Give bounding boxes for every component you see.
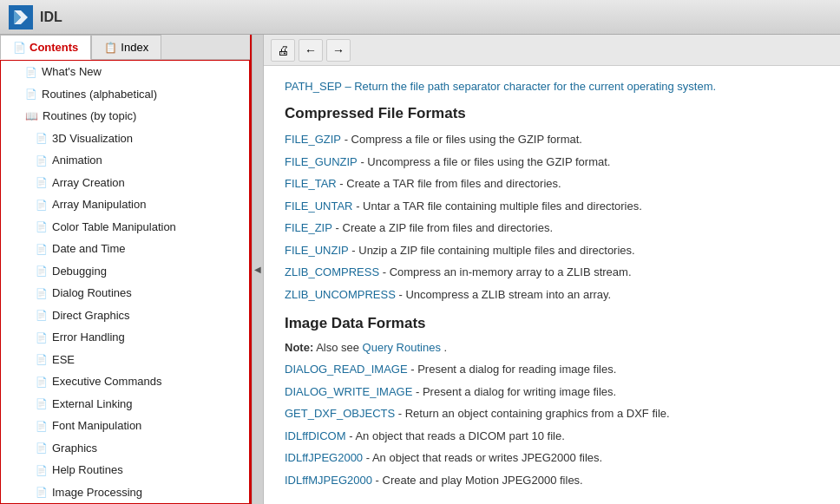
- entry-dialog-read-image: DIALOG_READ_IMAGE - Present a dialog for…: [285, 361, 819, 378]
- tree-item-direct-graphics[interactable]: 📄 Direct Graphics: [1, 304, 249, 327]
- entry-file-unzip: FILE_UNZIP - Unzip a ZIP file containing…: [285, 242, 819, 259]
- entry-dialog-write-image: DIALOG_WRITE_IMAGE - Present a dialog fo…: [285, 383, 819, 401]
- note-line: Note: Also see Query Routines .: [285, 341, 819, 354]
- forward-button[interactable]: →: [326, 39, 351, 62]
- left-panel: 📄 Contents 📋 Index 📄 What's New 📄 Routin…: [0, 35, 252, 504]
- forward-icon: →: [332, 43, 345, 57]
- zlib-compress-link[interactable]: ZLIB_COMPRESS: [285, 265, 379, 278]
- tree-item-dialog-routines[interactable]: 📄 Dialog Routines: [1, 282, 249, 304]
- tree-item-error-handling[interactable]: 📄 Error Handling: [1, 326, 249, 349]
- index-icon: 📋: [104, 42, 117, 54]
- file-zip-link[interactable]: FILE_ZIP: [285, 221, 332, 234]
- file-gzip-link[interactable]: FILE_GZIP: [285, 133, 341, 146]
- file-gunzip-link[interactable]: FILE_GUNZIP: [285, 155, 358, 168]
- page-icon: 📄: [36, 485, 48, 500]
- print-icon: 🖨: [277, 43, 289, 57]
- tree-item-color-table[interactable]: 📄 Color Table Manipulation: [1, 216, 249, 239]
- get-dxf-objects-link[interactable]: GET_DXF_OBJECTS: [285, 407, 395, 420]
- file-tar-link[interactable]: FILE_TAR: [285, 177, 337, 190]
- page-icon: 📄: [36, 308, 48, 323]
- file-unzip-link[interactable]: FILE_UNZIP: [285, 244, 349, 257]
- idlff-mjpeg2000-link[interactable]: IDLffMJPEG2000: [285, 474, 372, 487]
- page-icon: 📄: [25, 87, 37, 101]
- tab-contents[interactable]: 📄 Contents: [0, 35, 91, 60]
- app-title: IDL: [40, 10, 62, 25]
- back-icon: ←: [305, 43, 317, 57]
- entry-file-untar: FILE_UNTAR - Untar a TAR file containing…: [285, 198, 819, 215]
- compressed-file-formats-heading: Compressed File Formats: [285, 105, 819, 122]
- dialog-read-image-link[interactable]: DIALOG_READ_IMAGE: [285, 363, 408, 376]
- entry-idlff-mjpeg2000: IDLffMJPEG2000 - Create and play Motion …: [285, 472, 819, 489]
- back-button[interactable]: ←: [299, 39, 323, 62]
- page-icon: 📄: [25, 65, 37, 80]
- query-routines-link[interactable]: Query Routines: [363, 341, 441, 354]
- page-icon: 📄: [36, 286, 48, 301]
- title-bar: IDL: [0, 0, 840, 35]
- page-icon: 📄: [36, 154, 48, 168]
- right-panel: 🖨 ← → PATH_SEP – Return the file path se…: [264, 35, 840, 504]
- page-icon: 📄: [36, 463, 48, 478]
- book-open-icon: 📖: [25, 108, 38, 124]
- page-icon: 📄: [36, 242, 48, 257]
- page-icon: 📄: [36, 352, 48, 367]
- content-area[interactable]: PATH_SEP – Return the file path separato…: [264, 66, 840, 504]
- path-sep-link[interactable]: PATH_SEP: [285, 80, 342, 93]
- entry-get-dxf-objects: GET_DXF_OBJECTS - Return an object conta…: [285, 405, 819, 422]
- tree-item-font-manip[interactable]: 📄 Font Manipulation: [1, 415, 249, 437]
- tree-item-external-linking[interactable]: 📄 External Linking: [1, 393, 249, 416]
- zlib-uncompress-link[interactable]: ZLIB_UNCOMPRESS: [285, 288, 396, 301]
- page-icon: 📄: [36, 264, 48, 278]
- tree-area[interactable]: 📄 What's New 📄 Routines (alphabetical) 📖…: [0, 60, 250, 504]
- page-icon: 📄: [36, 419, 48, 434]
- contents-icon: 📄: [13, 42, 26, 54]
- tree-item-graphics[interactable]: 📄 Graphics: [1, 437, 249, 460]
- main-area: 📄 Contents 📋 Index 📄 What's New 📄 Routin…: [0, 35, 840, 504]
- page-icon: 📄: [36, 175, 48, 190]
- page-icon: 📄: [36, 331, 48, 345]
- tree-item-array-creation[interactable]: 📄 Array Creation: [1, 172, 249, 194]
- page-icon: 📄: [36, 396, 48, 411]
- tree-item-executive-commands[interactable]: 📄 Executive Commands: [1, 370, 249, 393]
- tree-item-debugging[interactable]: 📄 Debugging: [1, 260, 249, 283]
- page-icon: 📄: [36, 441, 48, 455]
- tree-item-3d-viz[interactable]: 📄 3D Visualization: [1, 128, 249, 150]
- dialog-write-image-link[interactable]: DIALOG_WRITE_IMAGE: [285, 385, 412, 398]
- file-untar-link[interactable]: FILE_UNTAR: [285, 200, 353, 213]
- panel-divider[interactable]: ◀: [252, 35, 264, 504]
- entry-file-tar: FILE_TAR - Create a TAR file from files …: [285, 175, 819, 193]
- tree-item-date-time[interactable]: 📄 Date and Time: [1, 238, 249, 260]
- entry-file-gunzip: FILE_GUNZIP - Uncompress a file or files…: [285, 154, 819, 171]
- tree-item-image-processing[interactable]: 📄 Image Processing: [1, 481, 249, 504]
- idlff-jpeg2000-link[interactable]: IDLffJPEG2000: [285, 451, 363, 464]
- tab-index[interactable]: 📋 Index: [91, 35, 161, 59]
- page-icon: 📄: [36, 131, 48, 146]
- idlff-dicom-link[interactable]: IDLffDICOM: [285, 429, 346, 442]
- tree-item-ese[interactable]: 📄 ESE: [1, 349, 249, 371]
- tree-item-routines-topic[interactable]: 📖 Routines (by topic): [1, 105, 249, 128]
- entry-file-gzip: FILE_GZIP - Compress a file or files usi…: [285, 131, 819, 148]
- tree-item-animation[interactable]: 📄 Animation: [1, 149, 249, 172]
- page-icon: 📄: [36, 198, 48, 213]
- tree-item-whats-new[interactable]: 📄 What's New: [1, 61, 249, 83]
- page-icon: 📄: [36, 375, 48, 389]
- toolbar: 🖨 ← →: [264, 35, 840, 66]
- entry-file-zip: FILE_ZIP - Create a ZIP file from files …: [285, 219, 819, 237]
- path-line: PATH_SEP – Return the file path separato…: [285, 80, 819, 93]
- app-logo: [9, 5, 33, 29]
- page-icon: 📄: [36, 219, 48, 234]
- tree-item-routines-alpha[interactable]: 📄 Routines (alphabetical): [1, 83, 249, 106]
- tree-item-help-routines[interactable]: 📄 Help Routines: [1, 459, 249, 481]
- entry-zlib-uncompress: ZLIB_UNCOMPRESS - Uncompress a ZLIB stre…: [285, 286, 819, 304]
- entry-idlff-dicom: IDLffDICOM - An object that reads a DICO…: [285, 428, 819, 445]
- print-button[interactable]: 🖨: [271, 39, 295, 62]
- collapse-arrow-icon: ◀: [254, 265, 261, 274]
- entry-idlff-jpeg2000: IDLffJPEG2000 - An object that reads or …: [285, 449, 819, 467]
- tabs-bar: 📄 Contents 📋 Index: [0, 35, 250, 60]
- image-data-formats-heading: Image Data Formats: [285, 315, 819, 332]
- tree-item-array-manip[interactable]: 📄 Array Manipulation: [1, 193, 249, 216]
- entry-zlib-compress: ZLIB_COMPRESS - Compress an in-memory ar…: [285, 264, 819, 281]
